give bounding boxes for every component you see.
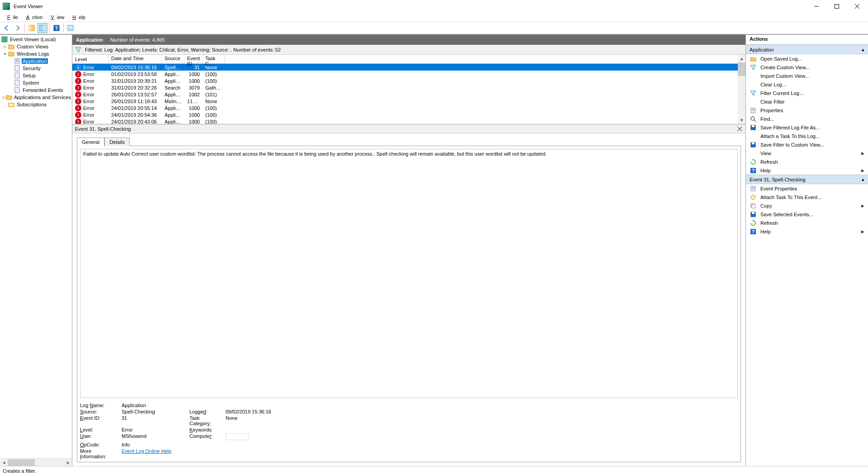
action-item[interactable]: Save Selected Events... <box>746 210 868 218</box>
table-row[interactable]: iError09/02/2019 15:36:16Spell-C...31Non… <box>72 64 738 71</box>
preview-button[interactable] <box>66 23 75 33</box>
cell-date: 01/02/2019 23:53:58 <box>108 71 162 77</box>
blank-icon <box>750 72 757 80</box>
forward-button[interactable] <box>13 23 23 33</box>
action-item[interactable]: ?Help▶ <box>746 227 868 236</box>
action-item[interactable]: Import Custom View... <box>746 71 868 80</box>
column-date[interactable]: Date and Time <box>108 55 162 63</box>
tree-setup[interactable]: Setup <box>0 72 72 79</box>
menu-bar: File Action View Help <box>0 13 868 22</box>
action-item[interactable]: Open Saved Log... <box>746 54 868 63</box>
action-label: Save Selected Events... <box>760 212 813 217</box>
cell-task: (100) <box>203 112 225 118</box>
prop-label: Log Name: <box>80 403 117 408</box>
column-level[interactable]: Level <box>72 55 108 63</box>
show-hide-actions-button[interactable] <box>38 23 47 33</box>
action-item[interactable]: Refresh <box>746 157 868 166</box>
svg-rect-7 <box>43 25 45 31</box>
tree-apps-services[interactable]: ▷ Applications and Services Lo <box>0 94 72 101</box>
prop-value: 31 <box>122 415 185 426</box>
grid-vertical-scrollbar[interactable]: ▴ ▾ <box>738 55 745 124</box>
action-item[interactable]: Save Filter to Custom View... <box>746 140 868 149</box>
back-button[interactable] <box>2 23 12 33</box>
show-hide-tree-button[interactable] <box>27 23 37 33</box>
detail-close-button[interactable] <box>736 126 743 132</box>
column-source[interactable]: Source <box>162 55 184 63</box>
close-button[interactable] <box>847 0 867 13</box>
action-item[interactable]: Find... <box>746 114 868 123</box>
help-button[interactable]: ? <box>52 23 61 33</box>
menu-help[interactable]: Help <box>67 14 88 21</box>
actions-section-application[interactable]: Application ▴ <box>746 45 868 54</box>
tree-horizontal-scrollbar[interactable]: ◂ ▸ <box>0 458 72 466</box>
scroll-right-icon[interactable]: ▸ <box>64 459 72 466</box>
action-item[interactable]: Copy▶ <box>746 201 868 210</box>
table-row[interactable]: !Error31/01/2019 20:32:26Search3079Gathe… <box>72 84 738 91</box>
table-row[interactable]: !Error26/01/2019 13:52:57Applic...1002(1… <box>72 91 738 98</box>
actions-section-event[interactable]: Event 31, Spell-Checking ▴ <box>746 175 868 184</box>
collapse-icon[interactable]: ▴ <box>862 47 864 52</box>
tree-custom-views[interactable]: ▷ Custom Views <box>0 43 72 50</box>
table-row[interactable]: !Error01/02/2019 23:53:58Applic...1000(1… <box>72 71 738 77</box>
tree-subscriptions[interactable]: Subscriptions <box>0 101 72 108</box>
blank-icon <box>750 81 757 88</box>
menu-file[interactable]: File <box>2 14 21 21</box>
column-eventid[interactable]: Event ID <box>184 55 203 63</box>
action-item[interactable]: Attach a Task To this Log... <box>746 132 868 140</box>
props-icon <box>750 185 757 192</box>
collapse-icon[interactable]: ▾ <box>3 52 8 57</box>
action-item[interactable]: Event Properties <box>746 184 868 193</box>
scroll-up-icon[interactable]: ▴ <box>738 55 745 62</box>
maximize-button[interactable] <box>826 0 847 13</box>
expand-icon[interactable]: ▷ <box>3 95 6 100</box>
action-item[interactable]: Create Custom View... <box>746 63 868 71</box>
cell-source: Applic... <box>162 105 184 111</box>
scrollbar-thumb[interactable] <box>738 62 745 76</box>
submenu-arrow-icon: ▶ <box>861 204 864 208</box>
table-row[interactable]: !Error24/01/2019 20:54:36Applic...1000(1… <box>72 111 738 118</box>
cell-eventid: 31 <box>184 65 203 70</box>
scrollbar-thumb[interactable] <box>8 459 35 466</box>
tree-system[interactable]: System <box>0 79 72 86</box>
menu-view[interactable]: View <box>45 14 67 21</box>
minimize-button[interactable] <box>806 0 826 13</box>
action-item[interactable]: Save Filtered Log File As... <box>746 123 868 132</box>
table-row[interactable]: !Error24/01/2019 20:43:06Applic...1000(1… <box>72 118 738 124</box>
tree-item-label: Setup <box>22 73 37 78</box>
action-item[interactable]: Clear Log... <box>746 80 868 89</box>
cell-source: Search <box>162 85 184 90</box>
online-help-link[interactable]: Event Log Online Help <box>122 448 171 454</box>
tree-forwarded-events[interactable]: Forwarded Events <box>0 86 72 94</box>
scroll-left-icon[interactable]: ◂ <box>0 459 8 466</box>
action-item[interactable]: Attach Task To This Event... <box>746 193 868 201</box>
tree-item-label: System <box>22 80 40 86</box>
refresh-icon <box>750 219 757 227</box>
menu-action[interactable]: Action <box>21 14 46 21</box>
column-task[interactable]: Task C... <box>203 55 225 63</box>
table-row[interactable]: !Error31/01/2019 20:39:21Applic...1000(1… <box>72 77 738 84</box>
scroll-down-icon[interactable]: ▾ <box>738 116 745 124</box>
action-item[interactable]: Filter Current Log... <box>746 89 868 97</box>
tab-general[interactable]: General <box>77 138 104 146</box>
tree-security[interactable]: Security <box>0 65 72 72</box>
navigation-tree[interactable]: Event Viewer (Local) ▷ Custom Views ▾ Wi… <box>0 35 72 458</box>
table-row[interactable]: !Error26/01/2019 11:18:43MsiInst...11730… <box>72 98 738 104</box>
action-label: Find... <box>760 116 774 122</box>
table-row[interactable]: !Error24/01/2019 20:55:14Applic...1000(1… <box>72 104 738 111</box>
error-icon: ! <box>75 78 81 84</box>
action-item[interactable]: ?Help▶ <box>746 166 868 175</box>
tab-details[interactable]: Details <box>104 138 130 146</box>
tree-windows-logs[interactable]: ▾ Windows Logs <box>0 50 72 57</box>
svg-rect-11 <box>68 28 73 31</box>
expand-icon[interactable]: ▷ <box>3 44 8 49</box>
grid-body[interactable]: iError09/02/2019 15:36:16Spell-C...31Non… <box>72 64 738 124</box>
action-item[interactable]: Properties <box>746 106 868 114</box>
svg-rect-42 <box>752 212 755 214</box>
action-item[interactable]: View▶ <box>746 149 868 157</box>
action-item[interactable]: Clear Filter <box>746 97 868 106</box>
tree-application[interactable]: Application <box>0 57 72 65</box>
help-icon: ? <box>750 228 757 235</box>
tree-root[interactable]: Event Viewer (Local) <box>0 36 72 43</box>
collapse-icon[interactable]: ▴ <box>862 176 864 182</box>
action-item[interactable]: Refresh <box>746 218 868 227</box>
